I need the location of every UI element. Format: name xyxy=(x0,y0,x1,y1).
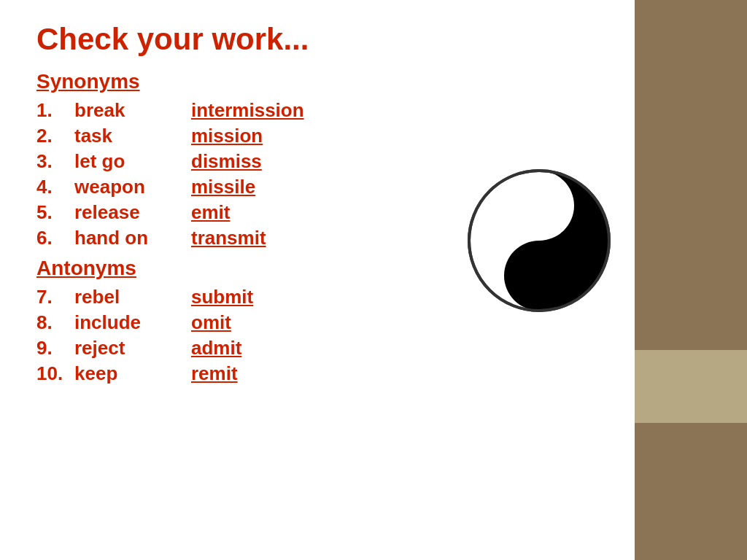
item-answer: intermission xyxy=(191,99,304,122)
item-clue: task xyxy=(74,125,191,147)
item-clue: keep xyxy=(74,362,191,385)
sidebar-top xyxy=(635,0,747,350)
item-clue: release xyxy=(74,201,191,224)
synonyms-heading: Synonyms xyxy=(36,70,598,93)
item-num: 3. xyxy=(36,150,74,173)
list-item: 1.breakintermission xyxy=(36,99,598,122)
item-num: 7. xyxy=(36,286,74,308)
item-answer: remit xyxy=(191,362,238,385)
list-item: 10. keepremit xyxy=(36,362,598,385)
item-num: 4. xyxy=(36,176,74,198)
item-answer: transmit xyxy=(191,227,266,249)
item-clue: include xyxy=(74,311,191,334)
item-num: 5. xyxy=(36,201,74,224)
item-clue: break xyxy=(74,99,191,122)
item-answer: omit xyxy=(191,311,231,334)
list-item: 8.includeomit xyxy=(36,311,598,334)
item-answer: emit xyxy=(191,201,230,224)
item-answer: submit xyxy=(191,286,253,308)
item-num: 10. xyxy=(36,362,74,385)
item-answer: dismiss xyxy=(191,150,262,173)
item-clue: weapon xyxy=(74,176,191,198)
svg-point-1 xyxy=(529,195,549,216)
sidebar-mid xyxy=(635,350,747,423)
item-answer: admit xyxy=(191,337,241,359)
sidebar xyxy=(635,0,747,560)
page-title: Check your work... xyxy=(36,22,598,57)
sidebar-bot xyxy=(635,423,747,560)
list-item: 2.taskmission xyxy=(36,125,598,147)
item-answer: mission xyxy=(191,125,263,147)
item-num: 1. xyxy=(36,99,74,122)
item-clue: rebel xyxy=(74,286,191,308)
svg-point-2 xyxy=(529,265,549,286)
list-item: 9.rejectadmit xyxy=(36,337,598,359)
item-num: 6. xyxy=(36,227,74,249)
item-num: 9. xyxy=(36,337,74,359)
item-clue: let go xyxy=(74,150,191,173)
yinyang-symbol xyxy=(466,168,612,314)
item-clue: hand on xyxy=(74,227,191,249)
item-answer: missile xyxy=(191,176,255,198)
item-num: 2. xyxy=(36,125,74,147)
item-clue: reject xyxy=(74,337,191,359)
item-num: 8. xyxy=(36,311,74,334)
